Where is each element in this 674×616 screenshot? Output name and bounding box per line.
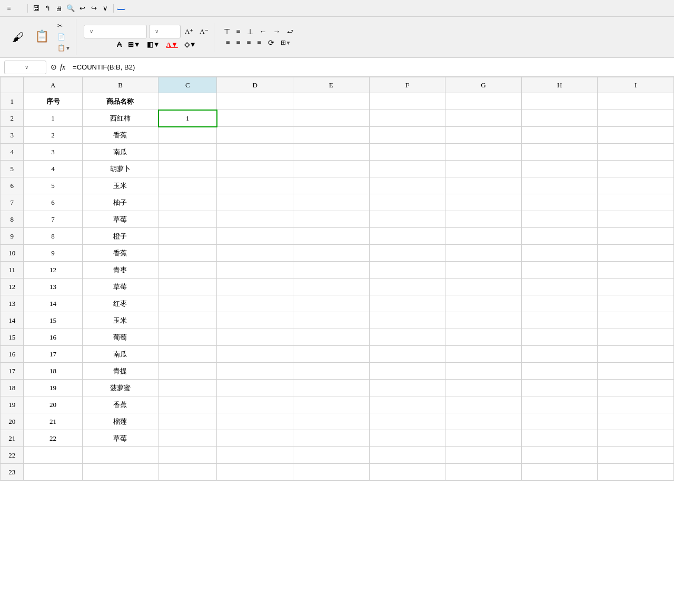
cell-14-e[interactable]	[293, 312, 370, 329]
cell-14-a[interactable]: 15	[24, 312, 82, 329]
cell-3-h[interactable]	[521, 127, 598, 144]
row-header-13[interactable]: 13	[1, 295, 24, 312]
cell-9-b[interactable]: 橙子	[82, 228, 158, 245]
cell-10-f[interactable]	[369, 245, 445, 262]
cell-10-d[interactable]	[217, 245, 293, 262]
cell-20-e[interactable]	[293, 413, 370, 430]
cell-16-i[interactable]	[598, 346, 674, 363]
cell-6-c[interactable]	[158, 177, 217, 194]
cell-3-f[interactable]	[369, 127, 445, 144]
cell-9-d[interactable]	[217, 228, 293, 245]
menu-formula[interactable]	[148, 7, 157, 9]
cell-1-a[interactable]: 序号	[24, 93, 82, 110]
cell-11-i[interactable]	[598, 262, 674, 279]
formula-fx-icon[interactable]: fx	[60, 63, 65, 72]
cell-1-c[interactable]	[158, 93, 217, 110]
align-right-button[interactable]: ≡	[245, 38, 253, 47]
col-header-a[interactable]: A	[24, 77, 82, 93]
cell-11-d[interactable]	[217, 262, 293, 279]
cell-19-i[interactable]	[598, 396, 674, 413]
cell-18-h[interactable]	[521, 380, 598, 396]
cell-13-h[interactable]	[521, 295, 598, 312]
cell-18-b[interactable]: 菠萝蜜	[82, 380, 158, 396]
cell-8-d[interactable]	[217, 211, 293, 228]
cell-20-d[interactable]	[217, 413, 293, 430]
cell-23-e[interactable]	[293, 464, 370, 481]
cell-13-e[interactable]	[293, 295, 370, 312]
cell-8-g[interactable]	[445, 211, 522, 228]
row-header-9[interactable]: 9	[1, 228, 24, 245]
cell-1-g[interactable]	[445, 93, 522, 110]
align-left-button[interactable]: ≡	[224, 38, 232, 47]
cell-5-d[interactable]	[217, 161, 293, 177]
strikethrough-button[interactable]: A̶	[114, 39, 124, 50]
cell-5-c[interactable]	[158, 161, 217, 177]
row-header-3[interactable]: 3	[1, 127, 24, 144]
cell-13-c[interactable]	[158, 295, 217, 312]
cell-13-b[interactable]: 红枣	[82, 295, 158, 312]
cell-19-c[interactable]	[158, 396, 217, 413]
cell-11-e[interactable]	[293, 262, 370, 279]
cell-8-b[interactable]: 草莓	[82, 211, 158, 228]
col-header-h[interactable]: H	[521, 77, 598, 93]
underline-button[interactable]	[108, 44, 113, 46]
print-icon[interactable]: 🖨	[54, 4, 64, 13]
cell-17-d[interactable]	[217, 363, 293, 380]
cell-12-f[interactable]	[369, 279, 445, 295]
cell-14-i[interactable]	[598, 312, 674, 329]
cell-11-c[interactable]	[158, 262, 217, 279]
cell-7-h[interactable]	[521, 194, 598, 211]
cell-2-e[interactable]	[293, 110, 370, 127]
expand-icon[interactable]: ∨	[101, 4, 110, 13]
cell-1-b[interactable]: 商品名称	[82, 93, 158, 110]
cell-2-i[interactable]	[598, 110, 674, 127]
cell-11-h[interactable]	[521, 262, 598, 279]
cell-9-a[interactable]: 8	[24, 228, 82, 245]
cell-7-f[interactable]	[369, 194, 445, 211]
cell-17-g[interactable]	[445, 363, 522, 380]
cell-8-c[interactable]	[158, 211, 217, 228]
cell-22-c[interactable]	[158, 447, 217, 464]
cell-14-c[interactable]	[158, 312, 217, 329]
row-header-22[interactable]: 22	[1, 447, 24, 464]
cell-22-a[interactable]	[24, 447, 82, 464]
cell-3-b[interactable]: 香蕉	[82, 127, 158, 144]
cell-4-f[interactable]	[369, 144, 445, 161]
cell-16-d[interactable]	[217, 346, 293, 363]
cell-22-b[interactable]	[82, 447, 158, 464]
cell-21-f[interactable]	[369, 430, 445, 447]
cell-20-a[interactable]: 21	[24, 413, 82, 430]
row-header-10[interactable]: 10	[1, 245, 24, 262]
cell-23-f[interactable]	[369, 464, 445, 481]
cell-4-i[interactable]	[598, 144, 674, 161]
menu-review[interactable]	[170, 7, 178, 9]
cell-20-b[interactable]: 榴莲	[82, 413, 158, 430]
cell-8-a[interactable]: 7	[24, 211, 82, 228]
undo-icon[interactable]: ↩	[77, 4, 87, 13]
cell-16-h[interactable]	[521, 346, 598, 363]
cell-10-b[interactable]: 香蕉	[82, 245, 158, 262]
cell-12-i[interactable]	[598, 279, 674, 295]
cell-19-a[interactable]: 20	[24, 396, 82, 413]
col-header-b[interactable]: B	[82, 77, 158, 93]
cell-18-d[interactable]	[217, 380, 293, 396]
cell-10-i[interactable]	[598, 245, 674, 262]
row-header-5[interactable]: 5	[1, 161, 24, 177]
cell-17-c[interactable]	[158, 363, 217, 380]
cell-5-f[interactable]	[369, 161, 445, 177]
cell-9-e[interactable]	[293, 228, 370, 245]
row-header-23[interactable]: 23	[1, 464, 24, 481]
bold-button[interactable]	[95, 44, 101, 46]
cell-13-i[interactable]	[598, 295, 674, 312]
cell-9-h[interactable]	[521, 228, 598, 245]
justify-button[interactable]: ≡	[255, 38, 264, 47]
indent-right-button[interactable]: →	[271, 27, 283, 36]
cell-3-c[interactable]	[158, 127, 217, 144]
indent-left-button[interactable]: ←	[257, 27, 269, 36]
cut-button[interactable]: ✂	[55, 21, 73, 31]
cell-17-e[interactable]	[293, 363, 370, 380]
cell-1-f[interactable]	[369, 93, 445, 110]
cell-3-i[interactable]	[598, 127, 674, 144]
cell-13-a[interactable]: 14	[24, 295, 82, 312]
cell-22-f[interactable]	[369, 447, 445, 464]
